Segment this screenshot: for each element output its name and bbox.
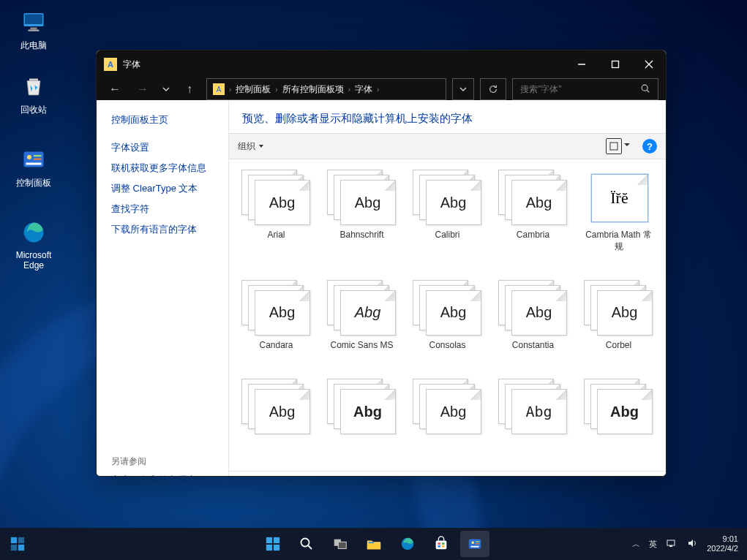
font-label: Calibri	[435, 230, 459, 241]
font-item[interactable]: Abg	[235, 379, 318, 461]
svg-rect-1	[25, 15, 42, 25]
organize-button[interactable]: 组织	[238, 140, 264, 153]
close-button[interactable]	[632, 50, 666, 78]
network-icon[interactable]	[666, 537, 677, 550]
svg-rect-3	[29, 30, 40, 31]
view-options-button[interactable]	[606, 138, 622, 154]
font-item[interactable]: AbgCorbel	[577, 280, 660, 373]
font-item[interactable]: Abg	[492, 379, 574, 461]
clock-time: 9:01	[707, 534, 738, 544]
search-input[interactable]	[520, 84, 640, 94]
font-grid[interactable]: AbgArialAbgBahnschriftAbgCalibriAbgCambr…	[229, 159, 666, 471]
svg-rect-24	[266, 545, 271, 550]
taskbar-control-panel[interactable]	[460, 531, 489, 557]
back-button[interactable]: ←	[104, 78, 126, 100]
svg-rect-20	[11, 545, 17, 550]
start-button[interactable]	[258, 531, 288, 557]
font-item[interactable]: AbgConsolas	[406, 280, 489, 373]
desktop-icon-label: 此电脑	[20, 39, 47, 52]
desktop-icon-this-pc[interactable]: 此电脑	[6, 7, 61, 52]
font-label: Comic Sans MS	[330, 340, 393, 352]
forward-button[interactable]: →	[132, 78, 154, 100]
sidebar-home-link[interactable]: 控制面板主页	[111, 113, 228, 126]
maximize-button[interactable]	[598, 50, 632, 78]
desktop-icon-control-panel[interactable]: 控制面板	[6, 145, 61, 189]
svg-rect-36	[438, 545, 440, 548]
address-dropdown[interactable]	[452, 78, 474, 100]
control-panel-icon	[19, 145, 48, 174]
fonts-window: A 字体 ← → ↑ A › 控制面板 › 所有控制面板项 › 字体 ›	[96, 50, 667, 477]
search-box[interactable]	[512, 78, 658, 100]
taskbar-search[interactable]	[292, 531, 321, 557]
help-button[interactable]: ?	[642, 139, 657, 154]
clock[interactable]: 9:01 2022/4/2	[707, 534, 738, 553]
svg-rect-25	[273, 545, 279, 550]
sidebar-link-download-langs[interactable]: 下载所有语言的字体	[111, 223, 228, 236]
svg-rect-33	[435, 540, 446, 549]
chevron-right-icon: ›	[348, 86, 350, 94]
font-item[interactable]: ÏřĕCambria Math 常规	[577, 170, 660, 274]
taskbar-edge[interactable]	[393, 531, 422, 557]
up-button[interactable]: ↑	[179, 78, 200, 100]
widgets-button[interactable]	[3, 531, 32, 557]
desktop-icon-label: 回收站	[20, 104, 47, 116]
see-also-heading: 另请参阅	[111, 455, 228, 468]
font-item[interactable]: AbgComic Sans MS	[320, 280, 403, 373]
font-item[interactable]: AbgCambria	[492, 170, 574, 274]
sidebar-link-font-settings[interactable]: 字体设置	[111, 141, 228, 154]
font-item[interactable]: AbgBahnschrift	[320, 170, 403, 274]
recent-dropdown[interactable]	[159, 78, 173, 100]
svg-rect-9	[26, 163, 42, 165]
sidebar-link-get-more-fonts[interactable]: 联机获取更多字体信息	[111, 162, 228, 175]
breadcrumb-mid[interactable]: 所有控制面板项	[282, 83, 344, 96]
sidebar-link-cleartype[interactable]: 调整 ClearType 文本	[111, 182, 228, 195]
navbar: ← → ↑ A › 控制面板 › 所有控制面板项 › 字体 ›	[97, 78, 666, 100]
breadcrumb-root[interactable]: 控制面板	[236, 83, 271, 96]
font-label: Candara	[259, 340, 293, 352]
svg-rect-12	[612, 61, 619, 68]
ime-indicator[interactable]: 英	[649, 539, 657, 550]
svg-rect-30	[367, 543, 380, 549]
font-label: Constantia	[512, 340, 554, 352]
svg-rect-35	[441, 542, 444, 545]
svg-rect-42	[470, 546, 478, 548]
taskbar-explorer[interactable]	[359, 531, 388, 557]
refresh-button[interactable]	[480, 78, 506, 100]
breadcrumb-leaf[interactable]: 字体	[355, 83, 372, 96]
svg-point-6	[27, 155, 31, 159]
pc-icon	[19, 7, 48, 37]
address-bar[interactable]: A › 控制面板 › 所有控制面板项 › 字体 ›	[206, 78, 446, 100]
search-icon[interactable]	[640, 83, 650, 96]
minimize-button[interactable]	[565, 50, 598, 78]
task-view-button[interactable]	[326, 531, 355, 557]
svg-rect-43	[667, 540, 675, 545]
sidebar: 控制面板主页 字体设置 联机获取更多字体信息 调整 ClearType 文本 查…	[97, 100, 228, 477]
address-folder-icon: A	[213, 83, 225, 95]
content-toolbar: 组织 ?	[229, 133, 666, 159]
font-item[interactable]: Abg	[577, 379, 660, 461]
svg-point-15	[642, 85, 647, 91]
sidebar-link-find-char[interactable]: 查找字符	[111, 203, 228, 216]
tray-chevron-icon[interactable]: ︿	[632, 539, 640, 550]
font-item[interactable]: Abg	[406, 379, 489, 461]
see-also-link-text-services[interactable]: 文本服务和输入语言	[111, 474, 228, 477]
main-panel: 预览、删除或者显示和隐藏计算机上安装的字体 组织 ? AbgArialAbgBa…	[228, 100, 666, 477]
svg-rect-44	[669, 545, 672, 547]
font-label: Cambria Math 常规	[582, 230, 656, 252]
desktop-icon-recycle-bin[interactable]: 回收站	[6, 72, 61, 116]
svg-rect-40	[475, 541, 479, 542]
taskbar-store[interactable]	[427, 531, 456, 557]
svg-rect-23	[273, 537, 279, 543]
font-item[interactable]: AbgConstantia	[492, 280, 574, 373]
desktop-icon-label: 控制面板	[16, 177, 51, 189]
chevron-right-icon: ›	[377, 86, 379, 94]
system-tray: ︿ 英 9:01 2022/4/2	[632, 534, 747, 553]
font-item[interactable]: AbgCalibri	[406, 170, 489, 274]
font-item[interactable]: AbgCandara	[235, 280, 318, 373]
font-item[interactable]: AbgArial	[235, 170, 318, 274]
font-item[interactable]: Abg	[320, 379, 403, 461]
desktop-icon-edge[interactable]: Microsoft Edge	[6, 218, 61, 270]
volume-icon[interactable]	[686, 537, 698, 550]
svg-point-39	[471, 541, 474, 544]
fonts-status-icon: A	[239, 477, 266, 477]
